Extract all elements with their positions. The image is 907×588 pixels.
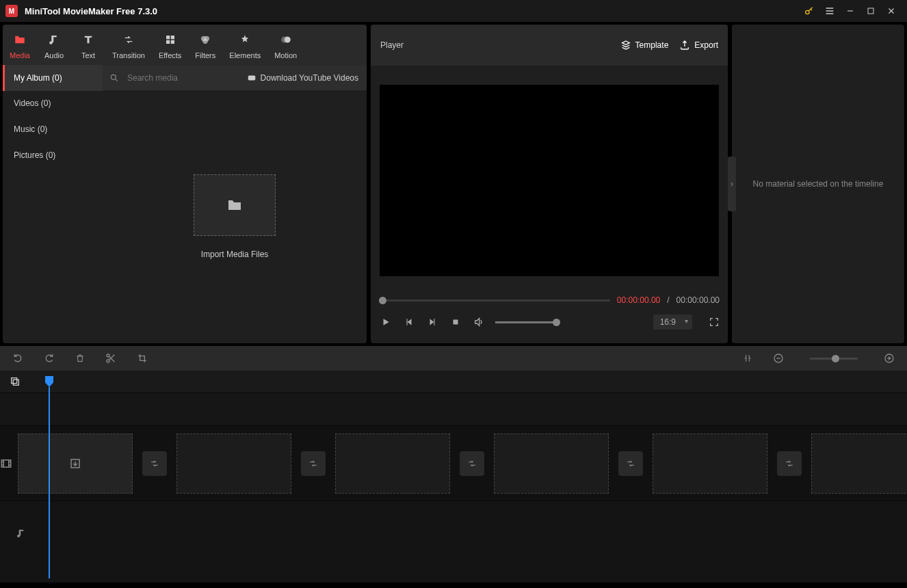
aspect-ratio-value: 16:9: [660, 317, 676, 327]
tab-filters[interactable]: Filters: [188, 25, 222, 66]
transition-slot[interactable]: [301, 451, 326, 476]
search-input[interactable]: [123, 70, 239, 85]
zoom-slider[interactable]: [810, 358, 858, 360]
tab-text[interactable]: Text: [71, 25, 105, 66]
playhead-line: [49, 387, 50, 578]
play-button[interactable]: [379, 317, 393, 327]
transition-slot[interactable]: [777, 451, 802, 476]
next-frame-button[interactable]: [425, 317, 439, 327]
motion-icon: [280, 32, 292, 47]
tab-label: Effects: [159, 51, 181, 59]
volume-button[interactable]: [472, 317, 486, 328]
sidebar-item-label: My Album (0): [14, 73, 62, 83]
transition-slot[interactable]: [142, 451, 167, 476]
clip-slot[interactable]: [18, 433, 133, 494]
close-button[interactable]: [881, 1, 902, 21]
stop-button[interactable]: [449, 318, 462, 326]
transition-slot[interactable]: [460, 451, 484, 476]
fit-timeline-button[interactable]: [743, 353, 752, 364]
tab-label: Audio: [44, 51, 64, 59]
tab-elements[interactable]: Elements: [222, 25, 267, 66]
playback-progress-slider[interactable]: [379, 299, 610, 302]
sidebar-item-label: Videos (0): [14, 98, 51, 108]
sidebar-item-label: Music (0): [14, 124, 47, 134]
hamburger-menu-icon[interactable]: [819, 1, 840, 21]
svg-point-8: [203, 39, 209, 44]
text-icon: [82, 32, 94, 47]
transition-slot[interactable]: [618, 451, 643, 476]
music-note-icon: [48, 32, 60, 47]
clip-slot[interactable]: [653, 433, 767, 494]
split-button[interactable]: [105, 353, 116, 364]
svg-rect-4: [166, 40, 170, 44]
add-track-button[interactable]: [10, 376, 21, 387]
zoom-in-button[interactable]: [884, 353, 895, 364]
media-sidebar: Videos (0) Music (0) Pictures (0): [3, 90, 103, 343]
collapse-panel-handle[interactable]: ›: [728, 157, 736, 211]
media-content-area: Import Media Files: [103, 90, 367, 343]
tab-label: Media: [10, 51, 30, 59]
sidebar-item-my-album[interactable]: My Album (0): [3, 65, 103, 91]
import-media-button[interactable]: [194, 174, 276, 236]
minimize-button[interactable]: [840, 1, 860, 21]
download-icon: [247, 73, 257, 83]
fullscreen-button[interactable]: [709, 317, 720, 328]
tab-label: Text: [81, 51, 95, 59]
tab-media[interactable]: Media: [3, 25, 37, 66]
media-panel: Media Audio Text Transition Effects Filt…: [3, 25, 367, 343]
volume-slider[interactable]: [495, 321, 557, 323]
tab-motion[interactable]: Motion: [267, 25, 304, 66]
video-track[interactable]: [0, 425, 907, 500]
app-logo-icon: M: [5, 5, 18, 17]
video-preview: [380, 85, 719, 276]
template-button[interactable]: Template: [620, 40, 669, 51]
sidebar-item-music[interactable]: Music (0): [3, 116, 103, 142]
playhead-marker[interactable]: [45, 376, 53, 387]
svg-point-10: [281, 37, 287, 43]
zoom-out-button[interactable]: [773, 353, 784, 364]
download-youtube-button[interactable]: Download YouTube Videos: [239, 73, 367, 83]
titlebar: M MiniTool MovieMaker Free 7.3.0: [0, 0, 907, 22]
folder-icon: [13, 32, 27, 47]
tab-effects[interactable]: Effects: [152, 25, 188, 66]
timeline-toolbar: [0, 346, 907, 371]
timeline: [0, 371, 907, 583]
tab-transition[interactable]: Transition: [105, 25, 152, 66]
download-youtube-label: Download YouTube Videos: [261, 73, 358, 83]
audio-track-icon: [0, 528, 42, 539]
prev-frame-button[interactable]: [402, 317, 416, 327]
export-button[interactable]: Export: [679, 40, 718, 51]
import-clip-icon: [69, 457, 81, 470]
time-separator: /: [667, 295, 669, 305]
svg-rect-13: [454, 320, 458, 325]
tab-audio[interactable]: Audio: [37, 25, 71, 66]
search-icon: [109, 73, 119, 83]
undo-button[interactable]: [12, 353, 23, 364]
svg-rect-3: [170, 36, 174, 39]
svg-rect-18: [12, 378, 17, 384]
video-track-icon: [0, 457, 12, 470]
clip-slot[interactable]: [176, 433, 291, 494]
sidebar-item-pictures[interactable]: Pictures (0): [3, 142, 103, 168]
tab-label: Motion: [274, 51, 297, 59]
clip-slot[interactable]: [811, 433, 907, 494]
maximize-button[interactable]: [860, 1, 881, 21]
sidebar-item-videos[interactable]: Videos (0): [3, 90, 103, 116]
crop-button[interactable]: [137, 353, 148, 364]
elements-icon: [239, 32, 251, 47]
player-title: Player: [380, 40, 609, 50]
svg-rect-2: [166, 36, 170, 39]
text-track[interactable]: [0, 392, 907, 425]
timeline-ruler[interactable]: [0, 371, 907, 392]
svg-rect-19: [13, 379, 18, 385]
main-tabs: Media Audio Text Transition Effects Filt…: [3, 25, 367, 66]
clip-slot[interactable]: [494, 433, 609, 494]
aspect-ratio-select[interactable]: 16:9: [653, 315, 692, 330]
delete-button[interactable]: [75, 353, 85, 364]
effects-icon: [164, 32, 176, 47]
activate-key-icon[interactable]: [799, 1, 819, 21]
clip-slot[interactable]: [335, 433, 450, 494]
inspector-empty-message: No material selected on the timeline: [753, 179, 884, 189]
audio-track[interactable]: [0, 500, 907, 565]
redo-button[interactable]: [44, 353, 55, 364]
